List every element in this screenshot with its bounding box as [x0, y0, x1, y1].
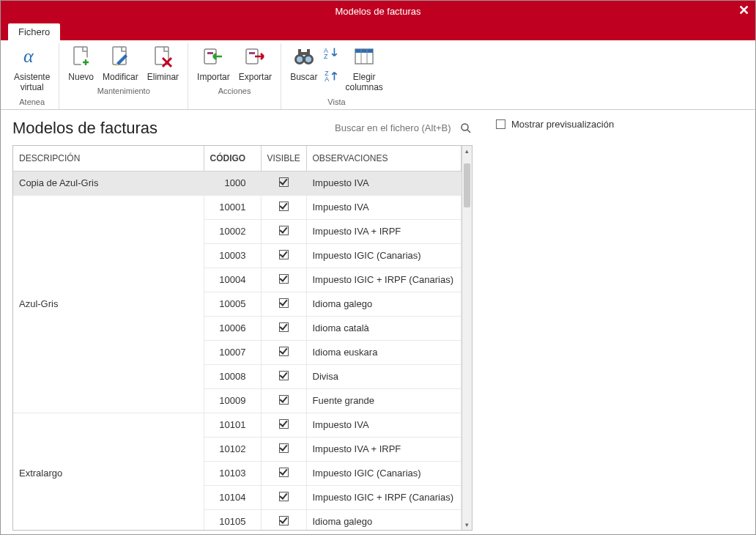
cell-descripcion: Azul-Gris — [13, 195, 204, 413]
cell-observaciones: Divisa — [306, 364, 462, 388]
cell-codigo: 10102 — [204, 437, 261, 461]
ribbon: αAsistentevirtualAteneaNuevoModificarEli… — [1, 40, 755, 110]
cell-visible[interactable] — [261, 413, 306, 437]
menu-bar: Fichero — [1, 21, 755, 40]
cell-visible[interactable] — [261, 340, 306, 364]
buscar-button[interactable]: Buscar — [286, 43, 322, 84]
cell-codigo: 10104 — [204, 485, 261, 509]
svg-rect-12 — [307, 49, 310, 56]
modificar-button[interactable]: Modificar — [98, 43, 143, 84]
asistente-button[interactable]: αAsistentevirtual — [10, 43, 54, 95]
checkbox-icon — [279, 371, 289, 380]
ribbon-button-label: Elegircolumnas — [345, 72, 382, 93]
checkbox-icon — [279, 443, 289, 453]
cell-visible[interactable] — [261, 437, 306, 461]
page-pencil-icon — [108, 45, 132, 72]
cell-observaciones: Idioma euskara — [306, 340, 462, 364]
cell-observaciones: Impuesto IVA + IRPF — [306, 219, 462, 243]
cell-codigo: 10006 — [204, 316, 261, 340]
cell-codigo: 10004 — [204, 268, 261, 292]
svg-text:α: α — [23, 45, 34, 67]
col-header-codigo[interactable]: CÓDIGO — [204, 146, 261, 171]
cell-codigo: 1000 — [204, 171, 261, 195]
svg-rect-11 — [298, 49, 301, 56]
scroll-up-icon[interactable]: ▴ — [462, 146, 472, 156]
table-scroll[interactable]: DESCRIPCIÓN CÓDIGO VISIBLE OBSERVACIONES… — [13, 146, 462, 530]
cell-codigo: 10007 — [204, 340, 261, 364]
sort-az-button[interactable]: AZ — [322, 43, 341, 66]
cell-visible[interactable] — [261, 195, 306, 219]
alpha-icon: α — [21, 45, 44, 72]
page-header: Modelos de facturas — [12, 119, 472, 138]
checkbox-icon — [279, 274, 289, 284]
ribbon-group: Buscar AZZAElegircolumnasVista — [281, 43, 392, 109]
checkbox-icon — [279, 492, 289, 501]
cell-observaciones: Idioma galego — [306, 292, 462, 316]
sort-za-button[interactable]: ZA — [322, 66, 341, 89]
table-row[interactable]: Azul-Gris10001Impuesto IVA — [13, 195, 462, 219]
right-panel: Mostrar previsualización — [484, 110, 755, 535]
checkbox-icon — [279, 177, 289, 187]
cell-visible[interactable] — [261, 316, 306, 340]
cell-codigo: 10001 — [204, 195, 261, 219]
checkbox-icon — [279, 202, 289, 211]
cell-observaciones: Impuesto IGIC + IRPF (Canarias) — [306, 485, 462, 509]
svg-rect-21 — [355, 49, 373, 53]
search-input[interactable] — [330, 119, 455, 137]
cell-visible[interactable] — [261, 171, 306, 195]
checkbox-icon — [279, 322, 289, 332]
cell-visible[interactable] — [261, 364, 306, 388]
vertical-scrollbar[interactable]: ▴ ▾ — [462, 146, 472, 530]
scroll-thumb[interactable] — [464, 163, 470, 207]
col-header-observaciones[interactable]: OBSERVACIONES — [306, 146, 462, 171]
svg-rect-13 — [301, 52, 307, 55]
import-icon — [201, 45, 225, 72]
col-header-visible[interactable]: VISIBLE — [261, 146, 306, 171]
content: Modelos de facturas DESCRIPCIÓN CÓDIGO V… — [1, 110, 755, 535]
show-preview-checkbox[interactable]: Mostrar previsualización — [496, 119, 744, 130]
cell-observaciones: Impuesto IVA + IRPF — [306, 437, 462, 461]
cell-visible[interactable] — [261, 388, 306, 413]
cell-visible[interactable] — [261, 219, 306, 243]
nuevo-button[interactable]: Nuevo — [64, 43, 98, 84]
cell-visible[interactable] — [261, 509, 306, 530]
cell-visible[interactable] — [261, 461, 306, 485]
ribbon-button-label: Eliminar — [147, 72, 179, 82]
ribbon-group-label: Vista — [286, 95, 388, 109]
columns-icon — [352, 45, 376, 72]
cell-descripcion: Copia de Azul-Gris — [13, 171, 204, 195]
sort-za-icon: ZA — [323, 67, 339, 87]
table-row[interactable]: Extralargo10101Impuesto IVA — [13, 413, 462, 437]
table-header-row: DESCRIPCIÓN CÓDIGO VISIBLE OBSERVACIONES — [13, 146, 462, 171]
checkbox-icon — [279, 395, 289, 405]
cell-observaciones: Impuesto IVA — [306, 195, 462, 219]
close-icon[interactable]: ✕ — [738, 2, 749, 18]
cell-codigo: 10002 — [204, 219, 261, 243]
columnas-button[interactable]: Elegircolumnas — [341, 43, 387, 95]
table-row[interactable]: Copia de Azul-Gris1000Impuesto IVA — [13, 171, 462, 195]
svg-point-14 — [297, 56, 303, 62]
importar-button[interactable]: Importar — [193, 43, 234, 84]
ribbon-group-label: Atenea — [10, 95, 54, 109]
data-table: DESCRIPCIÓN CÓDIGO VISIBLE OBSERVACIONES… — [13, 146, 462, 530]
file-tab[interactable]: Fichero — [8, 23, 60, 40]
search-area — [330, 119, 472, 137]
ribbon-group: ImportarExportarAcciones — [188, 43, 281, 109]
ribbon-button-label: Buscar — [290, 72, 317, 82]
cell-visible[interactable] — [261, 243, 306, 268]
cell-observaciones: Impuesto IVA — [306, 171, 462, 195]
sort-az-icon: AZ — [323, 45, 339, 64]
eliminar-button[interactable]: Eliminar — [143, 43, 183, 84]
cell-visible[interactable] — [261, 268, 306, 292]
cell-observaciones: Impuesto IGIC (Canarias) — [306, 243, 462, 268]
scroll-down-icon[interactable]: ▾ — [462, 520, 472, 530]
preview-label: Mostrar previsualización — [511, 119, 614, 130]
cell-observaciones: Impuesto IGIC (Canarias) — [306, 461, 462, 485]
checkbox-icon — [279, 226, 289, 235]
exportar-button[interactable]: Exportar — [234, 43, 276, 84]
col-header-descripcion[interactable]: DESCRIPCIÓN — [13, 146, 204, 171]
search-icon[interactable] — [459, 122, 472, 135]
cell-visible[interactable] — [261, 292, 306, 316]
cell-observaciones: Impuesto IVA — [306, 413, 462, 437]
cell-visible[interactable] — [261, 485, 306, 509]
